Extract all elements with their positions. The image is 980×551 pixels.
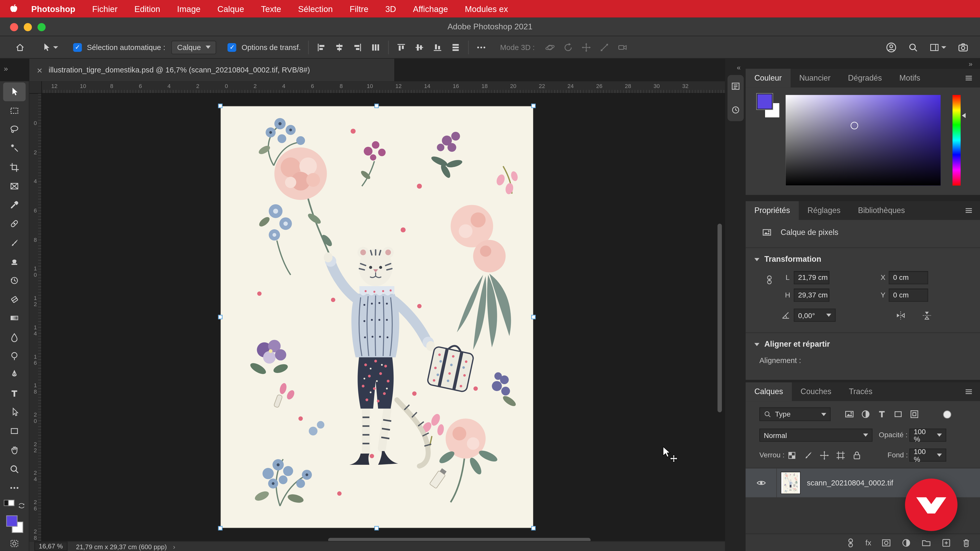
close-tab-icon[interactable]: × bbox=[37, 65, 42, 75]
zoom-level-field[interactable]: 16,67 % bbox=[35, 541, 67, 551]
lock-pixels-icon[interactable] bbox=[803, 451, 813, 460]
camera-3d-button[interactable] bbox=[617, 42, 627, 52]
workspace-switcher[interactable] bbox=[929, 42, 946, 52]
flip-horizontal-button[interactable] bbox=[896, 310, 905, 321]
menu-item[interactable]: Edition bbox=[135, 4, 160, 14]
transform-section-header[interactable]: Transformation bbox=[754, 255, 821, 264]
blend-mode-dropdown[interactable]: Normal bbox=[759, 429, 873, 441]
height-field[interactable]: 29,37 cm bbox=[794, 289, 829, 302]
account-button[interactable] bbox=[886, 41, 897, 53]
object-selection-tool[interactable] bbox=[3, 139, 25, 158]
ruler-origin-corner[interactable] bbox=[29, 81, 42, 94]
transform-handle[interactable] bbox=[374, 526, 379, 530]
panel-menu-button[interactable] bbox=[964, 201, 980, 220]
transform-handle[interactable] bbox=[531, 104, 536, 108]
layer-styles-icon[interactable]: fx bbox=[865, 538, 871, 547]
lock-transparency-icon[interactable] bbox=[787, 451, 797, 460]
panel-tab[interactable]: Nuancier bbox=[791, 68, 839, 87]
more-align-options-button[interactable] bbox=[476, 42, 487, 52]
status-chevron-icon[interactable]: › bbox=[173, 543, 175, 550]
marquee-tool[interactable] bbox=[3, 101, 25, 120]
move-tool[interactable] bbox=[3, 83, 25, 101]
transform-controls-checkbox[interactable]: ✓ bbox=[228, 43, 237, 52]
hue-slider-marker[interactable] bbox=[962, 113, 966, 118]
link-layers-icon[interactable] bbox=[845, 537, 856, 548]
color-picker-marker[interactable] bbox=[851, 122, 858, 129]
panel-tab[interactable]: Couches bbox=[792, 383, 840, 401]
transform-handle[interactable] bbox=[218, 315, 223, 319]
collapsed-history-panel-icon[interactable] bbox=[731, 105, 741, 115]
frame-tool[interactable] bbox=[3, 177, 25, 196]
distribute-vertical-button[interactable] bbox=[451, 42, 461, 52]
zoom-tool[interactable] bbox=[3, 460, 25, 478]
canvas-artwork[interactable] bbox=[221, 106, 533, 528]
opacity-dropdown[interactable]: 100 % bbox=[909, 429, 946, 441]
filter-type-layers-icon[interactable] bbox=[877, 409, 887, 419]
filter-pixel-layers-icon[interactable] bbox=[845, 409, 854, 419]
default-colors-button[interactable] bbox=[3, 500, 16, 511]
edit-toolbar-button[interactable] bbox=[3, 478, 25, 497]
home-button[interactable] bbox=[15, 42, 25, 52]
menu-item[interactable]: Sélection bbox=[298, 4, 333, 14]
close-window-button[interactable] bbox=[10, 23, 18, 32]
menu-item[interactable]: Fichier bbox=[92, 4, 118, 14]
roll-3d-button[interactable] bbox=[563, 42, 573, 52]
layer-filter-dropdown[interactable]: Type bbox=[759, 407, 831, 421]
menu-item[interactable]: Calque bbox=[218, 4, 244, 14]
fill-dropdown[interactable]: 100 % bbox=[909, 448, 946, 462]
transform-handle[interactable] bbox=[531, 315, 536, 319]
align-center-horizontal-button[interactable] bbox=[334, 42, 345, 52]
align-bottom-button[interactable] bbox=[433, 42, 442, 52]
link-dimensions-icon[interactable] bbox=[764, 275, 774, 285]
width-field[interactable]: 21,79 cm bbox=[794, 271, 829, 284]
path-selection-tool[interactable] bbox=[3, 403, 25, 422]
panel-tab[interactable]: Tracés bbox=[840, 383, 881, 401]
align-top-button[interactable] bbox=[396, 42, 406, 52]
y-field[interactable]: 0 cm bbox=[889, 289, 928, 302]
menu-item[interactable]: Image bbox=[177, 4, 200, 14]
align-middle-button[interactable] bbox=[414, 42, 425, 52]
transform-handle[interactable] bbox=[374, 104, 379, 108]
swap-colors-icon[interactable] bbox=[17, 502, 25, 510]
zoom-window-button[interactable] bbox=[38, 23, 46, 32]
hue-slider[interactable] bbox=[953, 95, 961, 186]
vertical-scrollbar[interactable] bbox=[718, 224, 722, 413]
menu-item[interactable]: 3D bbox=[385, 4, 396, 14]
new-adjustment-layer-icon[interactable] bbox=[901, 537, 911, 548]
flip-vertical-button[interactable] bbox=[922, 310, 932, 321]
gradient-tool[interactable] bbox=[3, 309, 25, 327]
transform-handle[interactable] bbox=[218, 526, 223, 530]
menu-item[interactable]: Photoshop bbox=[31, 4, 75, 14]
crop-tool[interactable] bbox=[3, 158, 25, 177]
color-swatches[interactable] bbox=[757, 94, 784, 121]
lock-artboard-icon[interactable] bbox=[835, 451, 845, 460]
filter-adjustment-layers-icon[interactable] bbox=[861, 409, 870, 419]
history-brush-tool[interactable] bbox=[3, 271, 25, 290]
collapsed-info-panel-icon[interactable] bbox=[731, 81, 741, 91]
add-layer-mask-icon[interactable] bbox=[881, 537, 891, 548]
collapse-tools-icon[interactable]: » bbox=[4, 64, 8, 73]
foreground-color-swatch[interactable] bbox=[757, 94, 773, 109]
lock-position-icon[interactable] bbox=[819, 451, 829, 460]
orbit-3d-button[interactable] bbox=[545, 42, 555, 52]
foreground-color-swatch[interactable] bbox=[6, 516, 18, 527]
filter-toggle[interactable] bbox=[943, 410, 951, 419]
blur-tool[interactable] bbox=[3, 327, 25, 346]
rotation-dropdown[interactable]: 0,00° bbox=[794, 309, 835, 322]
panel-tab[interactable]: Motifs bbox=[891, 68, 929, 87]
brush-tool[interactable] bbox=[3, 233, 25, 252]
lasso-tool[interactable] bbox=[3, 120, 25, 139]
eraser-tool[interactable] bbox=[3, 290, 25, 309]
quick-mask-icon[interactable] bbox=[10, 538, 19, 548]
delete-layer-icon[interactable] bbox=[961, 537, 971, 548]
layer-name[interactable]: scann_20210804_0002.tif bbox=[807, 478, 893, 487]
dodge-tool[interactable] bbox=[3, 346, 25, 365]
capture-button[interactable] bbox=[958, 41, 969, 53]
canvas[interactable] bbox=[42, 94, 725, 541]
align-left-button[interactable] bbox=[317, 42, 326, 52]
panel-menu-button[interactable] bbox=[964, 68, 980, 87]
saturation-brightness-field[interactable] bbox=[786, 95, 940, 186]
layer-thumbnail[interactable] bbox=[781, 472, 800, 494]
menu-item[interactable]: Filtre bbox=[350, 4, 368, 14]
new-group-icon[interactable] bbox=[921, 537, 931, 548]
